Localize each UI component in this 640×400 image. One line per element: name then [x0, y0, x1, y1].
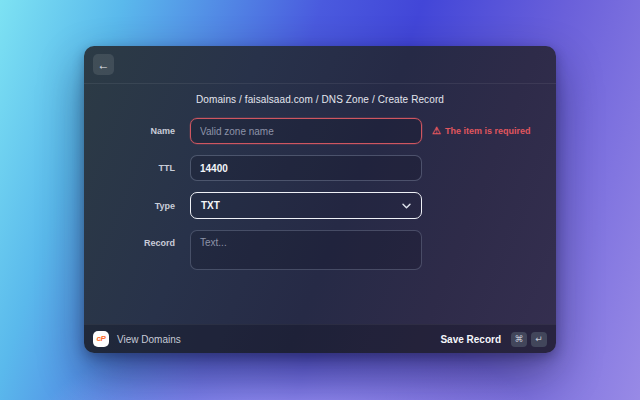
record-textarea[interactable]: [190, 230, 422, 270]
ttl-input[interactable]: [190, 155, 422, 181]
arrow-left-icon: ←: [98, 59, 110, 71]
save-record-label: Save Record: [440, 334, 501, 345]
cpanel-logo-icon: cP: [93, 331, 109, 347]
type-select-value: TXT: [201, 200, 220, 211]
ttl-row: TTL: [84, 155, 556, 181]
command-key-icon: ⌘: [511, 332, 527, 347]
return-key-icon: ↵: [531, 332, 547, 347]
chevron-down-icon: [402, 203, 411, 209]
create-record-modal: ← Domains / faisalsaad.com / DNS Zone / …: [84, 46, 556, 353]
view-domains-link[interactable]: View Domains: [117, 334, 181, 345]
type-select[interactable]: TXT: [190, 192, 422, 219]
name-error: ⚠ The item is required: [432, 126, 531, 136]
name-label: Name: [84, 125, 190, 137]
modal-header: ←: [84, 46, 556, 84]
type-row: Type TXT: [84, 192, 556, 219]
cpanel-logo-text: cP: [96, 335, 105, 343]
warning-icon: ⚠: [432, 126, 441, 136]
ttl-label: TTL: [84, 162, 190, 174]
record-row: Record: [84, 230, 556, 270]
name-row: Name ⚠ The item is required: [84, 118, 556, 144]
modal-footer: cP View Domains Save Record ⌘ ↵: [84, 324, 556, 353]
name-input[interactable]: [190, 118, 422, 144]
back-button[interactable]: ←: [93, 54, 114, 75]
breadcrumb: Domains / faisalsaad.com / DNS Zone / Cr…: [84, 93, 556, 107]
record-label: Record: [84, 230, 190, 249]
name-error-text: The item is required: [445, 126, 531, 136]
save-record-button[interactable]: Save Record ⌘ ↵: [440, 332, 547, 347]
type-label: Type: [84, 200, 190, 212]
modal-body: Domains / faisalsaad.com / DNS Zone / Cr…: [84, 84, 556, 324]
